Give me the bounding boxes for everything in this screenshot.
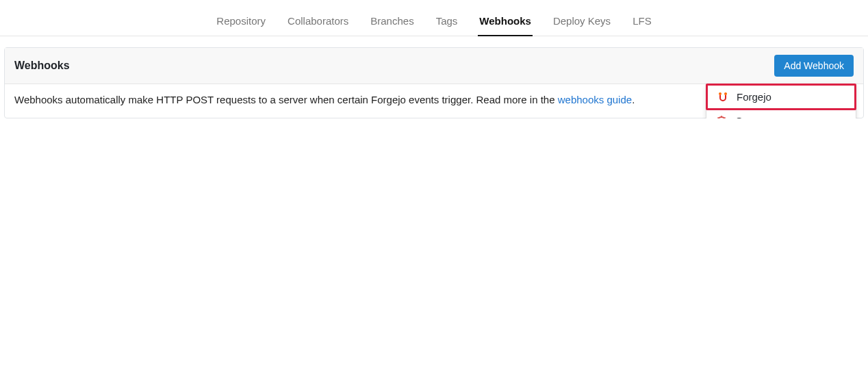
- add-webhook-dropdown: Forgejo Gogs Slack Discord: [706, 84, 856, 118]
- svg-point-0: [719, 92, 722, 95]
- settings-tabs: Repository Collaborators Branches Tags W…: [0, 8, 868, 36]
- webhooks-panel: Webhooks Add Webhook Webhooks automatica…: [4, 47, 864, 118]
- tab-deploy-keys[interactable]: Deploy Keys: [552, 8, 612, 36]
- dropdown-item-forgejo[interactable]: Forgejo: [706, 84, 856, 110]
- webhooks-guide-link[interactable]: webhooks guide: [558, 94, 632, 105]
- tab-collaborators[interactable]: Collaborators: [286, 8, 350, 36]
- gogs-icon: [716, 116, 727, 119]
- forgejo-icon: [717, 92, 728, 103]
- tab-lfs[interactable]: LFS: [631, 8, 653, 36]
- dropdown-item-label: Gogs: [735, 115, 760, 118]
- panel-header: Webhooks Add Webhook: [5, 48, 863, 84]
- tab-repository[interactable]: Repository: [215, 8, 267, 36]
- tab-branches[interactable]: Branches: [369, 8, 415, 36]
- svg-point-1: [724, 92, 727, 95]
- add-webhook-button[interactable]: Add Webhook: [774, 55, 854, 77]
- panel-title: Webhooks: [14, 60, 70, 72]
- dropdown-item-gogs[interactable]: Gogs: [706, 110, 856, 118]
- dropdown-item-label: Forgejo: [737, 91, 771, 103]
- tab-webhooks[interactable]: Webhooks: [478, 8, 533, 36]
- tab-tags[interactable]: Tags: [435, 8, 459, 36]
- panel-body-suffix: .: [632, 94, 635, 105]
- panel-body-text: Webhooks automatically make HTTP POST re…: [14, 94, 558, 105]
